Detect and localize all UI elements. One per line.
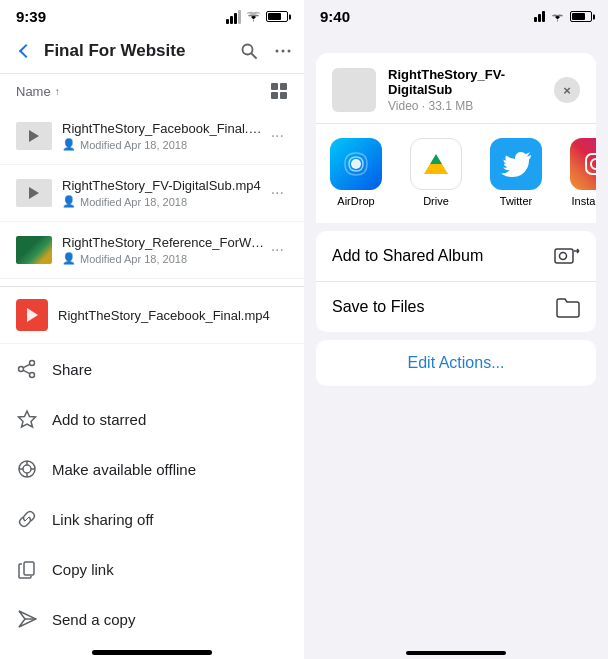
share-file-name: RightTheStory_FV-DigitalSub: [388, 67, 542, 97]
instagram-label: Instagram: [572, 195, 596, 207]
context-share-button[interactable]: Share: [0, 344, 304, 394]
svg-line-17: [25, 517, 29, 521]
context-menu-header: RightTheStory_Facebook_Final.mp4: [0, 287, 304, 344]
svg-line-1: [252, 54, 257, 59]
signal-icon: [226, 10, 241, 24]
left-status-bar: 9:39: [0, 0, 304, 29]
context-offline-label: Make available offline: [52, 461, 196, 478]
edit-actions-label: Edit Actions...: [408, 354, 505, 371]
svg-point-2: [276, 50, 279, 53]
wifi-icon: [246, 11, 261, 22]
sort-label[interactable]: Name ↑: [16, 84, 60, 99]
file-more-button[interactable]: ···: [267, 180, 288, 206]
share-apps-row: AirDrop: [316, 123, 596, 223]
file-thumbnail: [16, 232, 52, 268]
context-link-sharing-button[interactable]: Link sharing off: [0, 494, 304, 544]
svg-point-4: [288, 50, 291, 53]
file-thumbnail: [16, 118, 52, 154]
home-indicator: [92, 650, 212, 655]
person-icon: 👤: [62, 138, 76, 151]
context-offline-button[interactable]: Make available offline: [0, 444, 304, 494]
page-title: Final For Website: [44, 41, 240, 61]
drive-icon: [410, 138, 462, 190]
file-info: RightTheStory_Facebook_Final.mp4 👤 Modif…: [62, 121, 267, 151]
file-list: RightTheStory_Facebook_Final.mp4 👤 Modif…: [0, 108, 304, 286]
context-menu: RightTheStory_Facebook_Final.mp4 Share: [0, 286, 304, 659]
sort-bar: Name ↑: [0, 74, 304, 108]
file-name: RightTheStory_Facebook_Final.mp4: [62, 121, 267, 136]
signal-icon: [534, 11, 545, 22]
share-icon: [16, 358, 38, 380]
wifi-icon: [550, 11, 565, 22]
list-item[interactable]: RightTheStory_Facebook_Final.mp4 👤 Modif…: [0, 108, 304, 165]
share-close-button[interactable]: ×: [554, 77, 580, 103]
context-starred-label: Add to starred: [52, 411, 146, 428]
share-file-header: RightTheStory_FV-DigitalSub Video · 33.1…: [316, 53, 596, 123]
right-time: 9:40: [320, 8, 350, 25]
offline-icon: [16, 458, 38, 480]
star-icon: [16, 408, 38, 430]
share-file-size: Video · 33.1 MB: [388, 99, 542, 113]
file-meta: 👤 Modified Apr 18, 2018: [62, 138, 267, 151]
sort-arrow-icon: ↑: [55, 86, 60, 97]
share-actions: Add to Shared Album Save to Files: [316, 231, 596, 332]
add-shared-album-button[interactable]: Add to Shared Album: [316, 231, 596, 281]
svg-point-9: [30, 361, 35, 366]
list-item[interactable]: RightTheStory_FV-DigitalSub.mp4 👤 Modifi…: [0, 165, 304, 222]
airdrop-button[interactable]: AirDrop: [316, 138, 396, 207]
context-copy-link-button[interactable]: Copy link: [0, 544, 304, 594]
file-thumbnail: [16, 175, 52, 211]
twitter-icon: [490, 138, 542, 190]
left-panel: 9:39 Final: [0, 0, 304, 659]
battery-icon: [570, 11, 592, 22]
twitter-button[interactable]: Twitter: [476, 138, 556, 207]
edit-actions-button[interactable]: Edit Actions...: [316, 340, 596, 386]
left-status-icons: [226, 10, 288, 24]
share-content: RightTheStory_FV-DigitalSub Video · 33.1…: [304, 29, 608, 645]
file-more-button[interactable]: ···: [267, 237, 288, 263]
svg-rect-5: [271, 83, 278, 90]
file-more-button[interactable]: ···: [267, 123, 288, 149]
home-indicator-right: [406, 651, 506, 655]
drive-button[interactable]: Drive: [396, 138, 476, 207]
save-to-files-button[interactable]: Save to Files: [316, 281, 596, 332]
sort-name: Name: [16, 84, 51, 99]
svg-line-12: [23, 364, 29, 367]
airdrop-icon: [330, 138, 382, 190]
person-icon: 👤: [62, 195, 76, 208]
list-item[interactable]: RightTheStory_Reference_ForWeb2.jpg 👤 Mo…: [0, 279, 304, 286]
twitter-label: Twitter: [500, 195, 532, 207]
file-info: RightTheStory_FV-DigitalSub.mp4 👤 Modifi…: [62, 178, 267, 208]
file-name: RightTheStory_FV-DigitalSub.mp4: [62, 178, 267, 193]
file-meta: 👤 Modified Apr 18, 2018: [62, 252, 267, 265]
battery-icon: [266, 11, 288, 22]
context-copy-link-label: Copy link: [52, 561, 114, 578]
person-icon: 👤: [62, 252, 76, 265]
save-files-icon: [556, 296, 580, 318]
instagram-icon: [570, 138, 596, 190]
svg-point-28: [560, 253, 567, 260]
svg-point-11: [19, 367, 24, 372]
svg-point-25: [591, 159, 596, 169]
context-send-copy-button[interactable]: Send a copy: [0, 594, 304, 644]
send-icon: [16, 608, 38, 630]
back-button[interactable]: [12, 37, 40, 65]
add-shared-album-label: Add to Shared Album: [332, 247, 483, 265]
drive-label: Drive: [423, 195, 449, 207]
right-status-bar: 9:40: [304, 0, 608, 29]
svg-point-10: [30, 373, 35, 378]
search-button[interactable]: [240, 42, 258, 60]
context-starred-button[interactable]: Add to starred: [0, 394, 304, 444]
context-share-label: Share: [52, 361, 92, 378]
instagram-button[interactable]: Instagram: [556, 138, 596, 207]
right-status-icons: [534, 11, 592, 22]
header-actions: [240, 42, 292, 60]
copy-link-icon: [16, 558, 38, 580]
list-item[interactable]: RightTheStory_Reference_ForWeb1.jpg 👤 Mo…: [0, 222, 304, 279]
more-options-button[interactable]: [274, 42, 292, 60]
svg-point-16: [23, 465, 31, 473]
share-file-thumbnail: [332, 68, 376, 112]
grid-view-button[interactable]: [270, 82, 288, 100]
svg-point-3: [282, 50, 285, 53]
svg-line-13: [23, 370, 29, 373]
